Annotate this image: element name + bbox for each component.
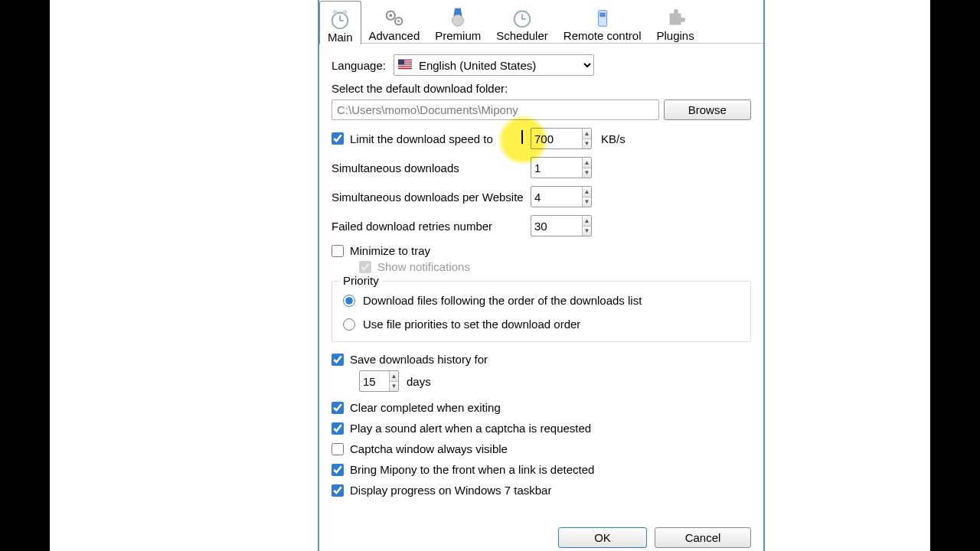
tab-advanced[interactable]: Advanced bbox=[361, 0, 428, 42]
cancel-button[interactable]: Cancel bbox=[655, 527, 751, 548]
priority-legend: Priority bbox=[340, 274, 382, 287]
priority-order-radio[interactable] bbox=[343, 295, 355, 307]
svg-rect-15 bbox=[599, 12, 606, 17]
gears-icon bbox=[383, 6, 406, 29]
sound-alert-label: Play a sound alert when a captcha is req… bbox=[350, 422, 591, 435]
taskbar-progress-label: Display progress on Windows 7 taskbar bbox=[350, 484, 551, 497]
svg-point-3 bbox=[333, 10, 338, 15]
limit-speed-checkbox[interactable] bbox=[332, 132, 344, 145]
svg-point-8 bbox=[397, 20, 400, 22]
save-history-checkbox[interactable] bbox=[332, 354, 344, 366]
clock-icon bbox=[328, 8, 351, 31]
tab-label: Scheduler bbox=[496, 29, 548, 42]
page-background: Main Advanced Premium Scheduler Remote c… bbox=[50, 0, 930, 551]
tab-label: Remote control bbox=[564, 29, 642, 42]
folder-label: Select the default download folder: bbox=[332, 82, 751, 95]
language-select[interactable]: English (United States) bbox=[394, 54, 594, 76]
minimize-tray-label: Minimize to tray bbox=[350, 244, 430, 257]
minimize-tray-checkbox[interactable] bbox=[332, 245, 344, 257]
retries-input[interactable] bbox=[531, 216, 582, 236]
spin-up-icon[interactable]: ▲ bbox=[390, 371, 398, 382]
spin-up-icon[interactable]: ▲ bbox=[583, 158, 591, 168]
tab-premium[interactable]: Premium bbox=[427, 0, 488, 42]
tab-label: Plugins bbox=[657, 29, 694, 42]
bring-front-checkbox[interactable] bbox=[332, 464, 344, 476]
sim-downloads-label: Simultaneous downloads bbox=[332, 161, 531, 174]
puzzle-icon bbox=[664, 6, 687, 29]
spin-down-icon[interactable]: ▼ bbox=[583, 197, 591, 207]
limit-speed-spinner[interactable]: ▲▼ bbox=[531, 128, 592, 149]
spin-up-icon[interactable]: ▲ bbox=[583, 187, 591, 197]
folder-path-input[interactable] bbox=[332, 99, 659, 120]
spin-down-icon[interactable]: ▼ bbox=[583, 227, 591, 236]
svg-point-10 bbox=[452, 15, 464, 26]
tab-label: Premium bbox=[435, 29, 481, 42]
show-notifications-label: Show notifications bbox=[377, 260, 470, 273]
limit-speed-label: Limit the download speed to bbox=[350, 132, 493, 145]
clock-icon bbox=[511, 6, 534, 29]
sim-downloads-spinner[interactable]: ▲▼ bbox=[531, 157, 592, 178]
captcha-visible-label: Captcha window always visible bbox=[350, 442, 508, 455]
history-days-spinner[interactable]: ▲▼ bbox=[359, 370, 399, 392]
retries-label: Failed download retries number bbox=[332, 220, 531, 233]
language-label: Language: bbox=[332, 59, 386, 72]
sim-per-site-spinner[interactable]: ▲▼ bbox=[531, 186, 592, 207]
tab-label: Advanced bbox=[369, 29, 420, 42]
tab-bar: Main Advanced Premium Scheduler Remote c… bbox=[319, 0, 763, 44]
flag-us-icon bbox=[398, 59, 412, 70]
priority-order-label: Download files following the order of th… bbox=[363, 294, 642, 307]
spin-down-icon[interactable]: ▼ bbox=[583, 168, 591, 178]
days-label: days bbox=[407, 375, 431, 388]
svg-point-7 bbox=[389, 14, 392, 17]
medal-icon bbox=[446, 6, 469, 29]
remote-icon bbox=[591, 6, 614, 29]
tab-remote[interactable]: Remote control bbox=[556, 0, 649, 42]
ok-button[interactable]: OK bbox=[558, 527, 647, 548]
spin-up-icon[interactable]: ▲ bbox=[583, 216, 591, 227]
priority-fieldset: Priority Download files following the or… bbox=[332, 281, 751, 342]
spin-down-icon[interactable]: ▼ bbox=[583, 139, 591, 149]
limit-speed-input[interactable] bbox=[531, 129, 582, 148]
svg-rect-19 bbox=[398, 64, 412, 65]
tab-label: Main bbox=[328, 31, 353, 44]
sound-alert-checkbox[interactable] bbox=[332, 422, 344, 435]
save-history-label: Save downloads history for bbox=[350, 353, 488, 366]
clear-completed-checkbox[interactable] bbox=[332, 402, 344, 414]
captcha-visible-checkbox[interactable] bbox=[332, 443, 344, 455]
clear-completed-label: Clear completed when exiting bbox=[350, 401, 501, 414]
kbs-label: KB/s bbox=[601, 132, 626, 145]
taskbar-progress-checkbox[interactable] bbox=[332, 484, 344, 497]
sim-per-site-label: Simultaneous downloads per Website bbox=[332, 191, 531, 204]
browse-button[interactable]: Browse bbox=[664, 99, 751, 120]
text-cursor-icon bbox=[521, 130, 523, 144]
retries-spinner[interactable]: ▲▼ bbox=[531, 215, 592, 236]
history-days-input[interactable] bbox=[360, 371, 389, 391]
sim-per-site-input[interactable] bbox=[531, 187, 582, 207]
priority-file-label: Use file priorities to set the download … bbox=[363, 318, 580, 331]
spin-down-icon[interactable]: ▼ bbox=[390, 382, 398, 392]
sim-downloads-input[interactable] bbox=[531, 158, 582, 178]
tab-main[interactable]: Main bbox=[319, 1, 361, 44]
svg-point-4 bbox=[343, 10, 348, 15]
dialog-body: Language: English (United States) Select… bbox=[319, 44, 763, 497]
spin-up-icon[interactable]: ▲ bbox=[583, 129, 591, 139]
priority-file-radio[interactable] bbox=[343, 318, 355, 331]
tab-plugins[interactable]: Plugins bbox=[649, 0, 702, 42]
bring-front-label: Bring Mipony to the front when a link is… bbox=[350, 463, 594, 476]
options-dialog: Main Advanced Premium Scheduler Remote c… bbox=[318, 0, 765, 551]
svg-rect-20 bbox=[398, 67, 412, 67]
tab-scheduler[interactable]: Scheduler bbox=[488, 0, 556, 42]
show-notifications-checkbox bbox=[359, 261, 371, 273]
svg-rect-21 bbox=[398, 60, 404, 65]
